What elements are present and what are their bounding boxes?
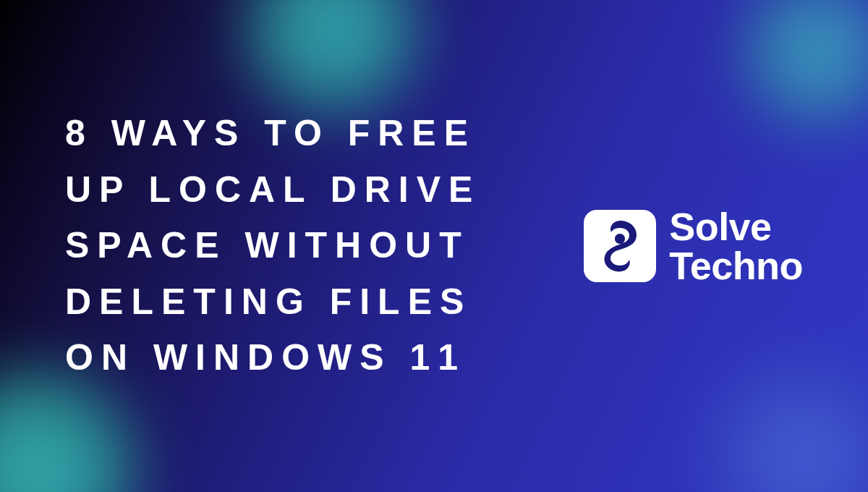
logo-mark-icon <box>584 210 656 282</box>
s-shape-icon <box>599 218 641 274</box>
content-container: 8 WAYS TO FREE UP LOCAL DRIVE SPACE WITH… <box>0 0 868 492</box>
article-headline: 8 WAYS TO FREE UP LOCAL DRIVE SPACE WITH… <box>65 106 555 386</box>
brand-name-line2: Techno <box>669 246 803 285</box>
brand-logo: Solve Techno <box>584 207 803 285</box>
brand-name: Solve Techno <box>669 207 803 285</box>
brand-name-line1: Solve <box>669 207 803 246</box>
